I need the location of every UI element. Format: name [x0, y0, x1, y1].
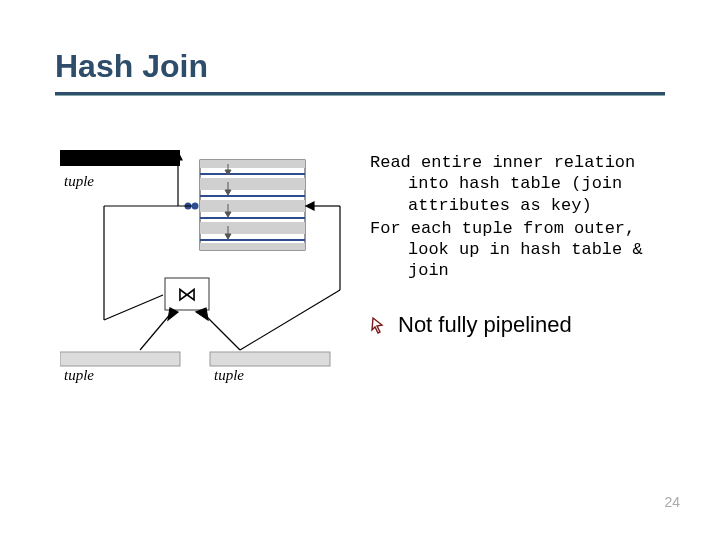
hash-join-diagram: tuple: [60, 150, 350, 400]
description-line-1: Read entire inner relation into hash tab…: [370, 152, 680, 216]
hash-table: [200, 160, 305, 250]
arrow-outer-up: [104, 206, 163, 320]
svg-line-35: [240, 290, 340, 350]
arrow-right-input: [196, 308, 240, 350]
svg-rect-5: [200, 222, 305, 234]
outer-input-bar: [60, 352, 180, 366]
svg-line-30: [104, 295, 163, 320]
inner-input-bar: [210, 352, 330, 366]
note-bullet: Not fully pipelined: [370, 312, 572, 338]
pointer-icon: [370, 315, 390, 335]
page-number: 24: [664, 494, 680, 510]
svg-rect-2: [200, 160, 305, 168]
title-underline: [55, 92, 665, 96]
description-line-2: For each tuple from outer, look up in ha…: [370, 218, 680, 282]
svg-marker-25: [306, 202, 314, 210]
svg-text:⋈: ⋈: [177, 283, 197, 305]
join-operator: ⋈: [165, 278, 209, 310]
svg-rect-4: [200, 200, 305, 212]
svg-rect-3: [200, 178, 305, 190]
arrow-left-input: [140, 308, 178, 350]
arrow-build-into-table: [306, 202, 340, 210]
algorithm-description: Read entire inner relation into hash tab…: [370, 152, 680, 284]
svg-line-31: [140, 312, 172, 350]
tuple-label-bottom-left: tuple: [64, 367, 94, 383]
svg-rect-6: [200, 243, 305, 250]
arrow-tuple-to-output: [174, 152, 182, 206]
tuple-label-bottom-right: tuple: [214, 367, 244, 383]
slide-title: Hash Join: [55, 48, 208, 85]
svg-rect-0: [60, 150, 180, 166]
note-text: Not fully pipelined: [398, 312, 572, 338]
svg-point-23: [192, 203, 199, 210]
tuple-label-left: tuple: [64, 173, 94, 189]
